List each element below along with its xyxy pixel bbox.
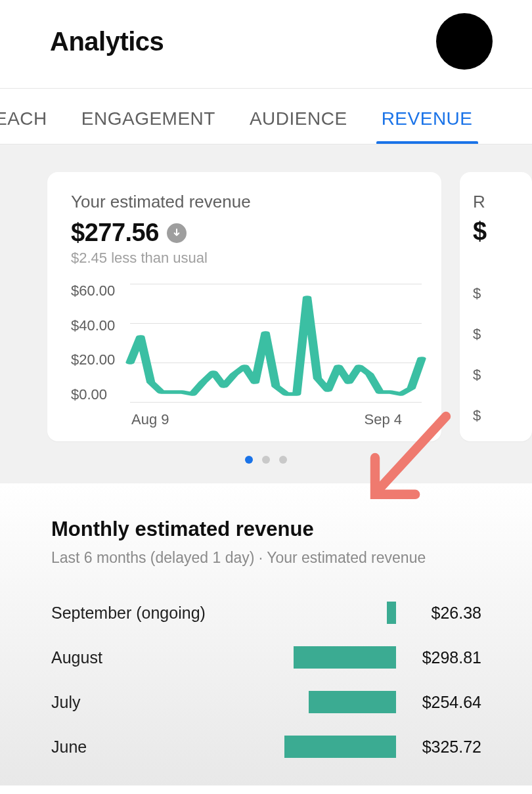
y-tick: $0.00 [71,387,122,402]
chart-y-axis: $60.00$40.00$20.00$0.00 [71,284,130,402]
monthly-row[interactable]: August$298.81 [51,635,486,680]
y-tick: $40.00 [71,319,122,333]
tab-audience[interactable]: AUDIENCE [247,104,350,144]
monthly-row-bar [387,602,396,624]
monthly-row-bar-wrap [275,736,396,758]
monthly-row-bar [309,691,396,713]
monthly-row-bar [294,646,396,669]
peek-title: R [473,192,512,212]
monthly-revenue-section: Monthly estimated revenue Last 6 months … [0,483,532,785]
tabs: EACHENGAGEMENTAUDIENCEREVENUE [0,89,532,144]
revenue-chart: $60.00$40.00$20.00$0.00 [71,284,422,402]
avatar[interactable] [436,13,493,70]
tab-engagement[interactable]: ENGAGEMENT [79,104,218,144]
revenue-amount: $277.56 [71,219,159,247]
monthly-row[interactable]: June$325.72 [51,724,486,769]
revenue-panel: Your estimated revenue $277.56 $2.45 les… [0,144,532,483]
trend-down-icon [167,223,187,243]
carousel-dot[interactable] [279,456,287,464]
estimated-revenue-card[interactable]: Your estimated revenue $277.56 $2.45 les… [47,172,441,441]
monthly-row-label: June [51,738,275,757]
card-title: Your estimated revenue [71,192,422,212]
monthly-row-bar-wrap [275,691,396,713]
monthly-title: Monthly estimated revenue [51,518,486,541]
peek-y-tick: $ [473,285,512,302]
monthly-row-value: $254.64 [396,693,481,712]
monthly-row[interactable]: September (ongoing)$26.38 [51,590,486,635]
carousel-dot[interactable] [245,456,253,464]
monthly-row-value: $298.81 [396,648,481,667]
y-tick: $20.00 [71,353,122,367]
monthly-row-bar-wrap [275,602,396,624]
x-tick-end: Sep 4 [365,411,403,428]
carousel-dots[interactable] [0,456,532,464]
monthly-subtitle: Last 6 months (delayed 1 day) · Your est… [51,549,486,567]
peek-y-tick: $ [473,366,512,384]
page-title: Analytics [50,27,164,56]
peek-y-axis: $$$$ [473,285,512,424]
peek-y-tick: $ [473,326,512,343]
monthly-row-value: $325.72 [396,738,481,757]
tab-each[interactable]: EACH [0,104,50,144]
next-card-peek[interactable]: R $ $$$$ [460,172,532,441]
carousel-dot[interactable] [262,456,270,464]
chart-x-axis: Aug 9 Sep 4 [71,411,422,428]
tab-revenue[interactable]: REVENUE [379,104,476,144]
y-tick: $60.00 [71,284,122,298]
monthly-row-value: $26.38 [396,604,481,623]
header: Analytics [0,0,532,88]
peek-amount: $ [473,217,512,246]
monthly-row-bar-wrap [275,646,396,669]
monthly-row-bar [284,736,396,758]
monthly-row-label: September (ongoing) [51,604,275,623]
x-tick-start: Aug 9 [131,411,169,428]
chart-plot [130,284,422,402]
peek-y-tick: $ [473,407,512,424]
monthly-row-label: July [51,693,275,712]
monthly-row-label: August [51,648,275,667]
monthly-row[interactable]: July$254.64 [51,680,486,724]
revenue-delta-text: $2.45 less than usual [71,250,422,267]
